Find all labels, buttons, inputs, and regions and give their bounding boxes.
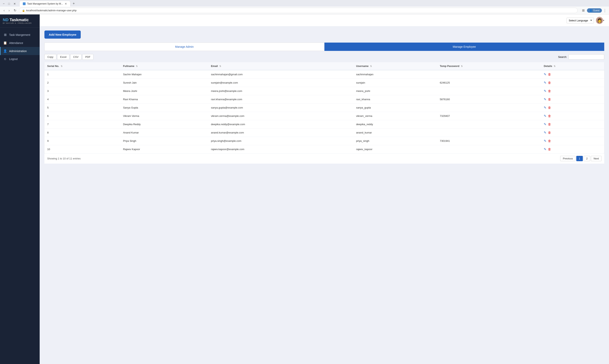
excel-button[interactable]: Excel (57, 54, 69, 60)
cell-serial: 1 (44, 70, 120, 79)
delete-icon[interactable]: 🗑 (548, 106, 551, 109)
extensions-button[interactable]: ⊞ (581, 8, 586, 13)
page-2-button[interactable]: 2 (584, 156, 590, 161)
delete-icon[interactable]: 🗑 (548, 123, 551, 126)
table-row: 4 Ravi Khanna ravi.khanna@example.com ra… (44, 95, 604, 104)
delete-icon[interactable]: 🗑 (548, 81, 551, 85)
new-tab-button[interactable]: + (71, 1, 77, 7)
table-row: 3 Meera Joshi meera.joshi@example.com me… (44, 87, 604, 95)
col-serial[interactable]: Serial No. ⇅ (44, 62, 120, 70)
cell-serial: 8 (44, 129, 120, 137)
cell-email: rajeev.kapoor@example.com (208, 145, 353, 154)
delete-icon[interactable]: 🗑 (548, 114, 551, 118)
edit-icon[interactable]: ✎ (544, 114, 546, 118)
cell-details: ✎ 🗑 (541, 104, 604, 112)
page-1-button[interactable]: 1 (576, 156, 583, 161)
cell-username: ravi_khanna (353, 95, 437, 104)
cell-serial: 9 (44, 137, 120, 145)
cell-fullname: Sachin Mahajan (120, 70, 208, 79)
logo: ND Taskmatic (3, 18, 37, 22)
employee-table-container: Serial No. ⇅ Fullname ⇅ Email ⇅ (44, 62, 604, 153)
col-email[interactable]: Email ⇅ (208, 62, 353, 70)
delete-icon[interactable]: 🗑 (548, 139, 551, 143)
tab-close-icon[interactable]: ✕ (65, 2, 67, 5)
cell-email: sachinmahajan@gmail.com (208, 70, 353, 79)
edit-icon[interactable]: ✎ (544, 139, 546, 143)
table-header-row: Serial No. ⇅ Fullname ⇅ Email ⇅ (44, 62, 604, 70)
tab-manage-employee[interactable]: Manage Employee (324, 43, 604, 51)
col-fullname[interactable]: Fullname ⇅ (120, 62, 208, 70)
edit-icon[interactable]: ✎ (544, 106, 546, 109)
cell-temp-password: 7301941 (437, 137, 541, 145)
cell-details: ✎ 🗑 (541, 95, 604, 104)
forward-button[interactable]: › (7, 8, 11, 13)
lock-icon: 🔒 (22, 9, 25, 12)
cell-username: sachinmahajan (353, 70, 437, 79)
person-icon: 👤 (3, 49, 7, 53)
edit-icon[interactable]: ✎ (544, 89, 546, 93)
close-button[interactable]: ✕ (12, 2, 17, 6)
previous-button[interactable]: Previous (560, 156, 576, 161)
browser-menu-button[interactable]: ⋮ (603, 8, 607, 13)
avatar-image: 👩 (597, 18, 602, 23)
cell-details: ✎ 🗑 (541, 129, 604, 137)
add-new-employee-button[interactable]: Add New Employee (44, 30, 81, 39)
edit-icon[interactable]: ✎ (544, 73, 546, 76)
language-select[interactable]: Select Language English Hindi Spanish Fr… (567, 18, 594, 23)
pdf-button[interactable]: PDF (82, 54, 93, 60)
logo-sub: BY MAYURI K. FREELANCER (3, 22, 37, 24)
sidebar-item-administration[interactable]: 👤 Administration (0, 47, 40, 55)
copy-button[interactable]: Copy (44, 54, 56, 60)
sort-icon-temp-password: ⇅ (461, 65, 463, 67)
edit-icon[interactable]: ✎ (544, 97, 546, 101)
sort-icon-username: ⇅ (370, 65, 372, 67)
minimize-button[interactable]: − (1, 1, 6, 6)
cell-details: ✎ 🗑 (541, 70, 604, 79)
delete-icon[interactable]: 🗑 (548, 131, 551, 134)
cell-details: ✎ 🗑 (541, 137, 604, 145)
delete-icon[interactable]: 🗑 (548, 98, 551, 101)
edit-icon[interactable]: ✎ (544, 122, 546, 126)
delete-icon[interactable]: 🗑 (548, 73, 551, 76)
cell-serial: 10 (44, 145, 120, 154)
cell-fullname: Anand Kumar (120, 129, 208, 137)
pagination-buttons: Previous 1 2 Next (560, 156, 601, 161)
pagination-area: Showing 1 to 10 of 11 entries Previous 1… (44, 153, 604, 164)
search-label: Search: (558, 55, 567, 58)
sort-icon-fullname: ⇅ (136, 65, 138, 67)
col-username[interactable]: Username ⇅ (353, 62, 437, 70)
csv-button[interactable]: CSV (70, 54, 82, 60)
edit-icon[interactable]: ✎ (544, 147, 546, 151)
url-bar[interactable]: 🔒 localhost/taskmatic/admin-manage-user.… (19, 8, 578, 13)
reload-button[interactable]: ↻ (13, 8, 17, 13)
sidebar-item-task-management[interactable]: ⊞ Task Mangement (0, 31, 40, 39)
search-area: Search: (558, 54, 604, 60)
sidebar-item-attendance[interactable]: 📋 Attendance (0, 39, 40, 47)
next-button[interactable]: Next (591, 156, 601, 161)
delete-icon[interactable]: 🗑 (548, 89, 551, 93)
sidebar-item-logout[interactable]: ⎋ Logout (0, 55, 40, 63)
sidebar-item-label-admin: Administration (9, 50, 27, 53)
cell-email: meera.joshi@example.com (208, 87, 353, 95)
table-row: 9 Priya Singh priya.singh@example.com pr… (44, 137, 604, 145)
export-buttons: Copy Excel CSV PDF (44, 54, 93, 60)
cell-fullname: Meera Joshi (120, 87, 208, 95)
edit-icon[interactable]: ✎ (544, 131, 546, 134)
delete-icon[interactable]: 🗑 (548, 148, 551, 151)
edit-icon[interactable]: ✎ (544, 81, 546, 85)
page-header: Select Language English Hindi Spanish Fr… (40, 14, 609, 26)
search-input[interactable] (568, 54, 604, 60)
profile-button[interactable]: 👤 Guest (587, 8, 602, 13)
cell-details: ✎ 🗑 (541, 120, 604, 129)
col-temp-password[interactable]: Temp Password ⇅ (437, 62, 541, 70)
avatar-dropdown-button[interactable]: ▾ (603, 19, 604, 22)
table-row: 8 Anand Kumar anand.kumar@example.com an… (44, 129, 604, 137)
showing-entries-text: Showing 1 to 10 of 11 entries (47, 157, 81, 160)
browser-tab[interactable]: Task Management System by M... ✕ (19, 1, 70, 7)
sidebar-item-label-logout: Logout (9, 57, 18, 61)
back-button[interactable]: ‹ (2, 8, 6, 13)
col-details[interactable]: Details ⇅ (541, 62, 604, 70)
cell-serial: 6 (44, 112, 120, 120)
tab-manage-admin[interactable]: Manage Admin (44, 43, 324, 51)
maximize-button[interactable]: □ (7, 2, 11, 6)
